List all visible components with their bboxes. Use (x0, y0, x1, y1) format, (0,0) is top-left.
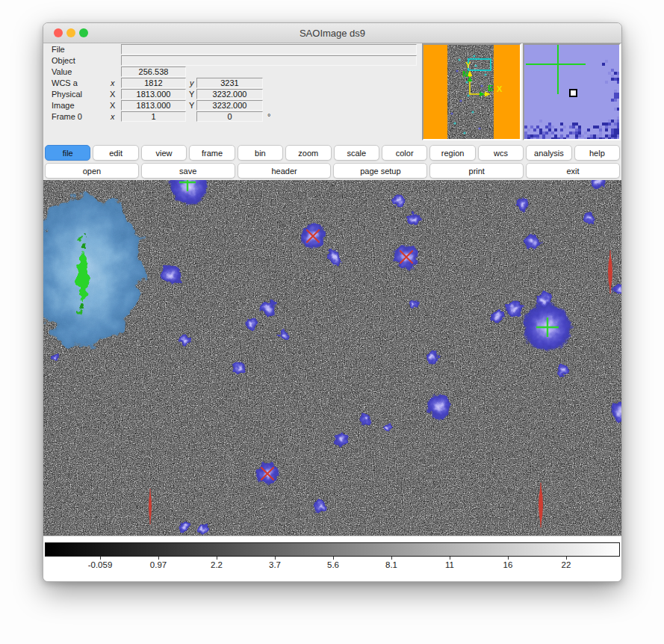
menu-wcs[interactable]: wcs (478, 145, 524, 161)
wcs-label: WCS a (52, 78, 78, 87)
menu-zoom[interactable]: zoom (285, 145, 331, 161)
menu-view[interactable]: view (141, 145, 187, 161)
physical-y-label: Y (189, 90, 194, 99)
starfield-canvas (43, 180, 622, 536)
image-y-field[interactable] (196, 100, 263, 111)
wcs-x-field[interactable] (121, 78, 186, 88)
file-open-button[interactable]: open (45, 163, 139, 179)
wcs-x-label: x (111, 78, 115, 87)
menu-bin[interactable]: bin (238, 145, 283, 161)
value-label: Value (52, 67, 72, 76)
window-title: SAOImage ds9 (43, 28, 621, 39)
image-x-label: X (110, 101, 115, 110)
title-bar[interactable]: SAOImage ds9 (43, 23, 621, 43)
file-field[interactable] (121, 44, 417, 55)
image-x-field[interactable] (121, 100, 186, 111)
physical-label: Physical (52, 90, 82, 99)
file-label: File (52, 45, 65, 54)
menu-row-1: file edit view frame bin zoom scale colo… (43, 144, 621, 162)
menu-color[interactable]: color (382, 145, 427, 161)
panner-canvas: Y N E X (423, 45, 520, 139)
wcs-y-field[interactable] (196, 78, 263, 88)
frame-rotate-field[interactable] (196, 111, 263, 122)
menu-frame[interactable]: frame (189, 145, 235, 161)
image-y-label: Y (189, 101, 194, 110)
physical-y-field[interactable] (196, 89, 263, 99)
wcs-y-label: y (190, 78, 194, 87)
image-display[interactable] (43, 180, 622, 536)
compass-n-label: N (462, 69, 468, 78)
menu-analysis[interactable]: analysis (526, 145, 571, 161)
menu-help[interactable]: help (574, 145, 620, 161)
file-print-button[interactable]: print (429, 163, 524, 179)
colorbar-gradient[interactable] (45, 542, 620, 557)
compass-y-label: Y (465, 61, 471, 69)
menu-region[interactable]: region (429, 145, 475, 161)
degree-suffix: ° (267, 112, 270, 121)
panner[interactable]: Y N E X (422, 43, 521, 140)
magnifier[interactable] (523, 43, 621, 140)
compass-e-label: E (488, 84, 493, 93)
physical-x-field[interactable] (121, 89, 186, 99)
frame-label: Frame 0 (52, 112, 82, 121)
file-save-button[interactable]: save (141, 163, 235, 179)
value-field[interactable] (121, 66, 186, 77)
object-field[interactable] (121, 55, 417, 66)
frame-x-label: x (111, 112, 115, 121)
file-exit-button[interactable]: exit (526, 163, 620, 179)
colorbar-panel: -0.059 0.97 2.2 3.7 5.6 8.1 11 16 22 (43, 536, 622, 582)
frame-zoom-field[interactable] (121, 111, 186, 122)
menu-scale[interactable]: scale (334, 145, 379, 161)
pixel-cursor (570, 90, 577, 96)
file-page-setup-button[interactable]: page setup (333, 163, 427, 179)
menu-file[interactable]: file (45, 145, 90, 161)
menu-row-2: open save header page setup print exit (43, 162, 621, 180)
magnifier-canvas (524, 45, 619, 139)
physical-x-label: X (110, 90, 115, 99)
menu-edit[interactable]: edit (93, 145, 138, 161)
file-header-button[interactable]: header (238, 163, 332, 179)
compass-x-label: X (497, 84, 503, 93)
object-label: Object (52, 56, 75, 65)
ds9-window: SAOImage ds9 File Object Value WCS a x y… (43, 22, 622, 582)
image-label: Image (52, 101, 75, 110)
